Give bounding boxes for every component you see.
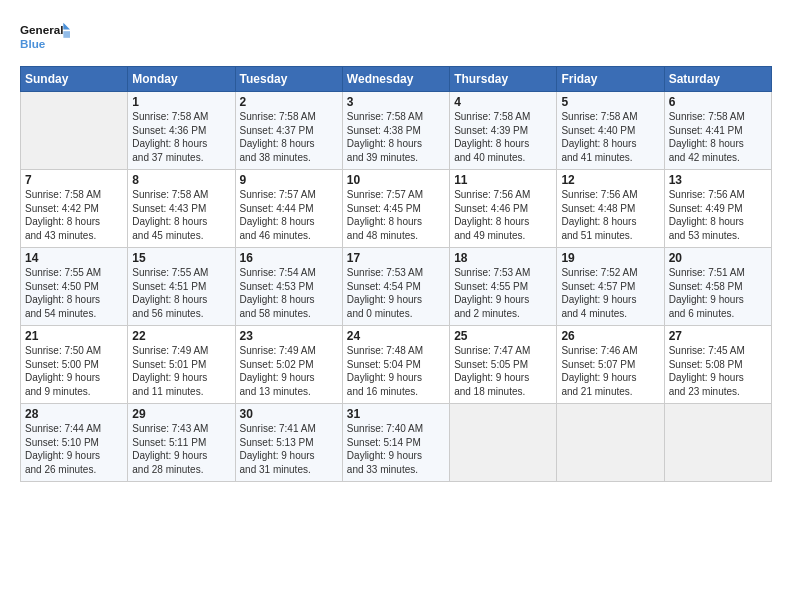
svg-marker-3: [63, 31, 70, 38]
day-info: Sunrise: 7:58 AM Sunset: 4:39 PM Dayligh…: [454, 110, 552, 164]
day-cell: 3Sunrise: 7:58 AM Sunset: 4:38 PM Daylig…: [342, 92, 449, 170]
day-cell: 12Sunrise: 7:56 AM Sunset: 4:48 PM Dayli…: [557, 170, 664, 248]
day-info: Sunrise: 7:41 AM Sunset: 5:13 PM Dayligh…: [240, 422, 338, 476]
day-info: Sunrise: 7:56 AM Sunset: 4:48 PM Dayligh…: [561, 188, 659, 242]
day-info: Sunrise: 7:56 AM Sunset: 4:46 PM Dayligh…: [454, 188, 552, 242]
day-info: Sunrise: 7:44 AM Sunset: 5:10 PM Dayligh…: [25, 422, 123, 476]
svg-text:Blue: Blue: [20, 37, 46, 50]
day-number: 13: [669, 173, 767, 187]
day-number: 23: [240, 329, 338, 343]
week-row-1: 1Sunrise: 7:58 AM Sunset: 4:36 PM Daylig…: [21, 92, 772, 170]
day-info: Sunrise: 7:53 AM Sunset: 4:55 PM Dayligh…: [454, 266, 552, 320]
day-info: Sunrise: 7:58 AM Sunset: 4:37 PM Dayligh…: [240, 110, 338, 164]
day-cell: [664, 404, 771, 482]
day-info: Sunrise: 7:49 AM Sunset: 5:02 PM Dayligh…: [240, 344, 338, 398]
logo-svg: General Blue: [20, 18, 70, 56]
day-number: 25: [454, 329, 552, 343]
day-cell: 24Sunrise: 7:48 AM Sunset: 5:04 PM Dayli…: [342, 326, 449, 404]
day-cell: 6Sunrise: 7:58 AM Sunset: 4:41 PM Daylig…: [664, 92, 771, 170]
day-cell: 17Sunrise: 7:53 AM Sunset: 4:54 PM Dayli…: [342, 248, 449, 326]
day-info: Sunrise: 7:49 AM Sunset: 5:01 PM Dayligh…: [132, 344, 230, 398]
day-cell: 2Sunrise: 7:58 AM Sunset: 4:37 PM Daylig…: [235, 92, 342, 170]
day-info: Sunrise: 7:48 AM Sunset: 5:04 PM Dayligh…: [347, 344, 445, 398]
day-info: Sunrise: 7:51 AM Sunset: 4:58 PM Dayligh…: [669, 266, 767, 320]
col-header-friday: Friday: [557, 67, 664, 92]
col-header-tuesday: Tuesday: [235, 67, 342, 92]
day-cell: 15Sunrise: 7:55 AM Sunset: 4:51 PM Dayli…: [128, 248, 235, 326]
day-number: 6: [669, 95, 767, 109]
day-number: 19: [561, 251, 659, 265]
day-number: 30: [240, 407, 338, 421]
day-cell: 18Sunrise: 7:53 AM Sunset: 4:55 PM Dayli…: [450, 248, 557, 326]
week-row-2: 7Sunrise: 7:58 AM Sunset: 4:42 PM Daylig…: [21, 170, 772, 248]
week-row-4: 21Sunrise: 7:50 AM Sunset: 5:00 PM Dayli…: [21, 326, 772, 404]
day-number: 15: [132, 251, 230, 265]
day-cell: 1Sunrise: 7:58 AM Sunset: 4:36 PM Daylig…: [128, 92, 235, 170]
day-number: 3: [347, 95, 445, 109]
svg-marker-2: [63, 23, 70, 30]
day-cell: 4Sunrise: 7:58 AM Sunset: 4:39 PM Daylig…: [450, 92, 557, 170]
day-cell: 7Sunrise: 7:58 AM Sunset: 4:42 PM Daylig…: [21, 170, 128, 248]
day-number: 4: [454, 95, 552, 109]
day-cell: 25Sunrise: 7:47 AM Sunset: 5:05 PM Dayli…: [450, 326, 557, 404]
day-info: Sunrise: 7:55 AM Sunset: 4:51 PM Dayligh…: [132, 266, 230, 320]
calendar-table: SundayMondayTuesdayWednesdayThursdayFrid…: [20, 66, 772, 482]
day-number: 12: [561, 173, 659, 187]
day-info: Sunrise: 7:46 AM Sunset: 5:07 PM Dayligh…: [561, 344, 659, 398]
day-number: 22: [132, 329, 230, 343]
day-number: 24: [347, 329, 445, 343]
day-info: Sunrise: 7:58 AM Sunset: 4:38 PM Dayligh…: [347, 110, 445, 164]
day-info: Sunrise: 7:58 AM Sunset: 4:40 PM Dayligh…: [561, 110, 659, 164]
day-number: 8: [132, 173, 230, 187]
day-cell: 26Sunrise: 7:46 AM Sunset: 5:07 PM Dayli…: [557, 326, 664, 404]
day-info: Sunrise: 7:45 AM Sunset: 5:08 PM Dayligh…: [669, 344, 767, 398]
day-number: 9: [240, 173, 338, 187]
day-info: Sunrise: 7:58 AM Sunset: 4:43 PM Dayligh…: [132, 188, 230, 242]
day-cell: 21Sunrise: 7:50 AM Sunset: 5:00 PM Dayli…: [21, 326, 128, 404]
day-cell: 29Sunrise: 7:43 AM Sunset: 5:11 PM Dayli…: [128, 404, 235, 482]
day-info: Sunrise: 7:55 AM Sunset: 4:50 PM Dayligh…: [25, 266, 123, 320]
day-info: Sunrise: 7:50 AM Sunset: 5:00 PM Dayligh…: [25, 344, 123, 398]
svg-text:General: General: [20, 24, 63, 37]
day-cell: 5Sunrise: 7:58 AM Sunset: 4:40 PM Daylig…: [557, 92, 664, 170]
day-number: 14: [25, 251, 123, 265]
day-cell: 31Sunrise: 7:40 AM Sunset: 5:14 PM Dayli…: [342, 404, 449, 482]
day-cell: 28Sunrise: 7:44 AM Sunset: 5:10 PM Dayli…: [21, 404, 128, 482]
day-cell: 20Sunrise: 7:51 AM Sunset: 4:58 PM Dayli…: [664, 248, 771, 326]
day-cell: 10Sunrise: 7:57 AM Sunset: 4:45 PM Dayli…: [342, 170, 449, 248]
day-cell: [21, 92, 128, 170]
day-cell: 11Sunrise: 7:56 AM Sunset: 4:46 PM Dayli…: [450, 170, 557, 248]
day-info: Sunrise: 7:43 AM Sunset: 5:11 PM Dayligh…: [132, 422, 230, 476]
day-info: Sunrise: 7:56 AM Sunset: 4:49 PM Dayligh…: [669, 188, 767, 242]
week-row-5: 28Sunrise: 7:44 AM Sunset: 5:10 PM Dayli…: [21, 404, 772, 482]
day-cell: 8Sunrise: 7:58 AM Sunset: 4:43 PM Daylig…: [128, 170, 235, 248]
day-number: 11: [454, 173, 552, 187]
day-number: 10: [347, 173, 445, 187]
day-number: 1: [132, 95, 230, 109]
logo: General Blue: [20, 18, 70, 56]
header: General Blue: [20, 18, 772, 56]
day-number: 29: [132, 407, 230, 421]
day-info: Sunrise: 7:40 AM Sunset: 5:14 PM Dayligh…: [347, 422, 445, 476]
col-header-thursday: Thursday: [450, 67, 557, 92]
col-header-wednesday: Wednesday: [342, 67, 449, 92]
day-number: 20: [669, 251, 767, 265]
col-header-sunday: Sunday: [21, 67, 128, 92]
day-info: Sunrise: 7:58 AM Sunset: 4:36 PM Dayligh…: [132, 110, 230, 164]
day-cell: [557, 404, 664, 482]
day-cell: 22Sunrise: 7:49 AM Sunset: 5:01 PM Dayli…: [128, 326, 235, 404]
day-info: Sunrise: 7:52 AM Sunset: 4:57 PM Dayligh…: [561, 266, 659, 320]
day-number: 21: [25, 329, 123, 343]
day-number: 31: [347, 407, 445, 421]
day-number: 26: [561, 329, 659, 343]
day-info: Sunrise: 7:57 AM Sunset: 4:45 PM Dayligh…: [347, 188, 445, 242]
day-number: 17: [347, 251, 445, 265]
header-row: SundayMondayTuesdayWednesdayThursdayFrid…: [21, 67, 772, 92]
day-cell: 9Sunrise: 7:57 AM Sunset: 4:44 PM Daylig…: [235, 170, 342, 248]
day-cell: 19Sunrise: 7:52 AM Sunset: 4:57 PM Dayli…: [557, 248, 664, 326]
day-cell: 27Sunrise: 7:45 AM Sunset: 5:08 PM Dayli…: [664, 326, 771, 404]
day-number: 2: [240, 95, 338, 109]
day-cell: 23Sunrise: 7:49 AM Sunset: 5:02 PM Dayli…: [235, 326, 342, 404]
day-cell: 14Sunrise: 7:55 AM Sunset: 4:50 PM Dayli…: [21, 248, 128, 326]
day-number: 18: [454, 251, 552, 265]
